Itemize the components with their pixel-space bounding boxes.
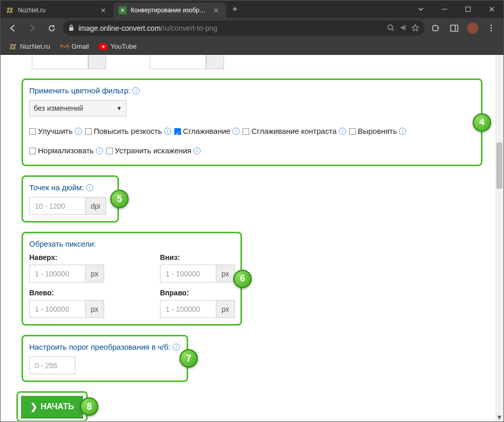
crop-top-input[interactable] xyxy=(29,265,86,283)
checkbox-label: Улучшить xyxy=(38,124,73,139)
start-button-label: НАЧАТЬ xyxy=(41,402,74,411)
bookmark-label: YouTube xyxy=(110,43,136,50)
extensions-icon[interactable] xyxy=(428,20,444,36)
vertical-scrollbar[interactable]: ▾ xyxy=(495,55,503,421)
info-icon[interactable]: i xyxy=(164,128,171,135)
unit-label: px xyxy=(216,300,235,318)
bookmark-youtube[interactable]: YouTube xyxy=(95,41,140,53)
info-icon[interactable]: i xyxy=(399,128,406,135)
checkbox-equalize[interactable] xyxy=(349,128,356,135)
url-text: image.online-convert.com/ru/convert-to-p… xyxy=(78,24,382,32)
svg-rect-2 xyxy=(69,27,73,31)
dpi-unit: dpi xyxy=(86,197,106,215)
youtube-icon xyxy=(99,43,107,51)
search-icon[interactable] xyxy=(387,24,395,33)
color-filter-section: 4 Применить цветной фильтр: i без измене… xyxy=(22,78,482,166)
select-value: без изменений xyxy=(34,104,83,112)
checkbox-normalize[interactable] xyxy=(29,148,36,154)
noznet-icon xyxy=(9,43,17,51)
chevron-right-icon: ❯ xyxy=(30,401,37,412)
window-close-button[interactable] xyxy=(480,1,503,18)
crop-top-label: Наверх: xyxy=(29,253,134,262)
checkbox-label: Повысить резкость xyxy=(94,124,162,139)
crop-right-label: Вправо: xyxy=(160,289,265,297)
info-icon[interactable]: i xyxy=(86,184,93,191)
noznet-favicon xyxy=(6,6,14,14)
bookmark-gmail[interactable]: Gmail xyxy=(56,41,93,53)
svg-rect-5 xyxy=(451,25,458,31)
callout-4: 4 xyxy=(473,113,491,132)
scrollbar-down-arrow[interactable]: ▾ xyxy=(495,413,503,421)
svg-point-8 xyxy=(491,28,492,29)
truncated-row xyxy=(22,63,482,73)
menu-icon[interactable] xyxy=(483,20,499,36)
new-tab-button[interactable]: + xyxy=(226,1,244,18)
bookmark-label: NozNet.ru xyxy=(20,43,50,50)
bookmark-noznet[interactable]: NozNet.ru xyxy=(5,41,54,53)
tab-title: Конвертирование изображени xyxy=(131,7,207,14)
threshold-label: Настроить порог преобразования в ч/б: i xyxy=(29,343,180,351)
bookmark-label: Gmail xyxy=(72,43,89,50)
checkbox-antialias[interactable] xyxy=(174,128,181,135)
svg-rect-1 xyxy=(466,7,471,12)
callout-6: 6 xyxy=(233,270,252,288)
callout-5: 5 xyxy=(110,190,129,208)
page-content: 4 Применить цветной фильтр: i без измене… xyxy=(1,55,503,421)
info-icon[interactable]: i xyxy=(132,87,139,94)
info-icon[interactable]: i xyxy=(339,128,346,135)
nav-reload-button[interactable] xyxy=(44,20,60,36)
scrollbar-thumb[interactable] xyxy=(496,143,502,189)
titlebar: NozNet.ru ✕ X Конвертирование изображени… xyxy=(1,1,503,18)
browser-tab-inactive[interactable]: NozNet.ru ✕ xyxy=(1,3,113,18)
crop-right-input[interactable] xyxy=(160,300,216,318)
unit-label: px xyxy=(86,300,104,318)
checkbox-label: Сглаживание контраста xyxy=(251,124,336,139)
nav-forward-button[interactable] xyxy=(24,20,41,36)
checkbox-despeckle[interactable] xyxy=(106,148,113,154)
window-dropdown-icon[interactable] xyxy=(409,1,433,18)
checkbox-label: Устранить искажения xyxy=(115,143,191,158)
dpi-input[interactable] xyxy=(29,197,86,215)
callout-8: 8 xyxy=(80,397,98,416)
checkbox-label: Нормализовать xyxy=(38,143,94,158)
side-panel-icon[interactable] xyxy=(446,20,462,36)
info-icon[interactable]: i xyxy=(193,147,200,154)
svg-point-9 xyxy=(491,30,492,32)
info-icon[interactable]: i xyxy=(96,147,103,154)
tab-title: NozNet.ru xyxy=(18,7,94,14)
unit-label: px xyxy=(216,265,235,283)
threshold-input[interactable] xyxy=(29,356,75,374)
address-bar[interactable]: image.online-convert.com/ru/convert-to-p… xyxy=(63,21,425,36)
tab-close-icon[interactable]: ✕ xyxy=(211,7,221,14)
window-minimize-button[interactable] xyxy=(433,1,456,18)
checkbox-contrast-smooth[interactable] xyxy=(243,128,249,135)
onlineconvert-favicon: X xyxy=(118,6,127,14)
threshold-section: 7 Настроить порог преобразования в ч/б: … xyxy=(22,335,188,382)
crop-left-input[interactable] xyxy=(29,300,86,318)
info-icon[interactable]: i xyxy=(75,128,82,135)
checkbox-enhance[interactable] xyxy=(29,128,36,135)
info-icon[interactable]: i xyxy=(173,344,180,351)
info-icon[interactable]: i xyxy=(232,128,239,135)
window-maximize-button[interactable] xyxy=(456,1,480,18)
svg-point-7 xyxy=(491,25,492,27)
share-icon[interactable] xyxy=(399,24,407,33)
svg-line-4 xyxy=(392,29,394,31)
unit-label: px xyxy=(86,265,104,283)
checkbox-label: Сглаживание xyxy=(183,124,231,139)
start-button[interactable]: ❯ НАЧАТЬ xyxy=(21,396,83,417)
checkbox-sharpen[interactable] xyxy=(85,128,92,135)
browser-tab-active[interactable]: X Конвертирование изображени ✕ xyxy=(113,3,226,18)
nav-back-button[interactable] xyxy=(5,20,21,36)
filter-label: Применить цветной фильтр: i xyxy=(29,86,475,95)
crop-bottom-input[interactable] xyxy=(160,265,216,283)
tab-close-icon[interactable]: ✕ xyxy=(98,7,108,14)
crop-left-label: Влево: xyxy=(29,289,134,297)
bookmark-star-icon[interactable] xyxy=(411,24,419,33)
gmail-icon xyxy=(61,43,69,51)
filter-select[interactable]: без изменений ▼ xyxy=(29,100,127,116)
start-section: 8 ❯ НАЧАТЬ xyxy=(16,391,88,421)
crop-bottom-label: Вниз: xyxy=(160,253,265,262)
bookmark-bar: NozNet.ru Gmail YouTube xyxy=(1,38,503,55)
profile-avatar[interactable] xyxy=(465,20,481,36)
